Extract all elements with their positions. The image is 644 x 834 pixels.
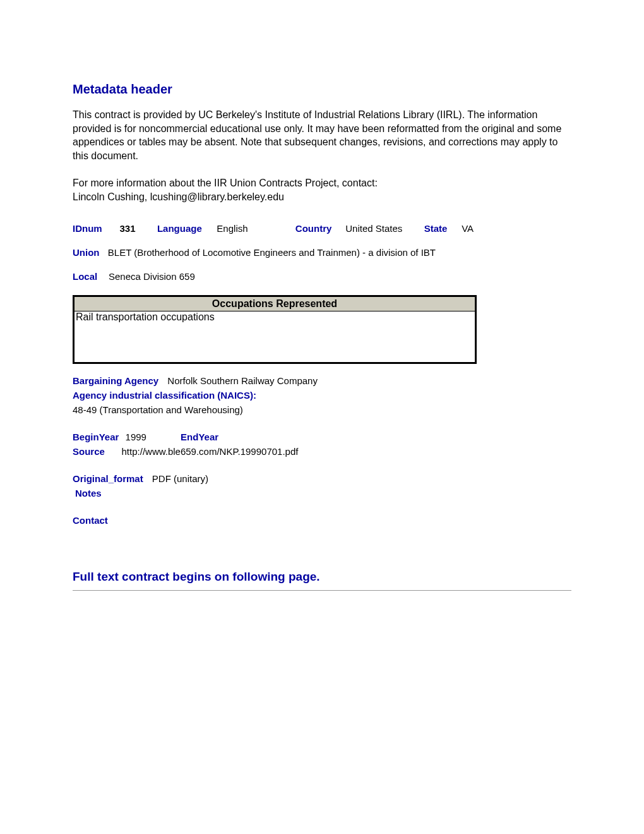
local-row: Local Seneca Division 659 (73, 271, 571, 282)
notes-row: Notes (75, 488, 571, 499)
beginyear-value: 1999 (126, 432, 146, 442)
country-label: Country (295, 223, 337, 234)
local-label: Local (73, 271, 97, 282)
original-format-label: Original_format (73, 473, 143, 484)
naics-value: 48-49 (Transportation and Warehousing) (73, 404, 243, 415)
local-value: Seneca Division 659 (109, 271, 195, 282)
source-row: Source http://www.ble659.com/NKP.1999070… (73, 446, 571, 457)
state-label: State (424, 223, 453, 234)
year-row: BeginYear 1999 EndYear (73, 432, 571, 442)
followup-heading: Full text contract begins on following p… (73, 570, 571, 584)
state-value: VA (462, 223, 474, 234)
occupation-blank (74, 324, 476, 363)
naics-label-row: Agency industrial classification (NAICS)… (73, 390, 571, 401)
language-label: Language (157, 223, 208, 234)
bargaining-agency-label: Bargaining Agency (73, 375, 158, 386)
occupations-table: Occupations Represented Rail transportat… (73, 295, 477, 364)
bargaining-agency-row: Bargaining Agency Norfolk Southern Railw… (73, 375, 571, 386)
bargaining-agency-value: Norfolk Southern Railway Company (167, 375, 318, 386)
original-format-value: PDF (unitary) (152, 473, 208, 484)
source-value: http://www.ble659.com/NKP.19990701.pdf (122, 446, 299, 457)
occupation-row: Rail transportation occupations (74, 311, 476, 324)
country-value: United States (345, 223, 415, 234)
union-row: Union BLET (Brotherhood of Locomotive En… (73, 247, 571, 258)
union-label: Union (73, 247, 100, 258)
page-title: Metadata header (73, 82, 571, 97)
beginyear-label: BeginYear (73, 432, 119, 442)
contact-label: Contact (73, 515, 108, 526)
naics-label: Agency industrial classification (NAICS)… (73, 390, 256, 401)
metadata-page: Metadata header This contract is provide… (0, 0, 644, 591)
intro-paragraph: This contract is provided by UC Berkeley… (73, 108, 571, 162)
occupations-header: Occupations Represented (74, 296, 476, 311)
notes-label: Notes (75, 488, 102, 499)
more-info-line2: Lincoln Cushing, lcushing@library.berkel… (73, 191, 284, 202)
original-format-row: Original_format PDF (unitary) (73, 473, 571, 484)
union-value: BLET (Brotherhood of Locomotive Engineer… (108, 247, 436, 258)
naics-value-row: 48-49 (Transportation and Warehousing) (73, 404, 571, 415)
idnum-label: IDnum (73, 223, 110, 234)
divider (73, 590, 571, 591)
more-info-line1: For more information about the IIR Union… (73, 178, 378, 188)
source-label: Source (73, 446, 105, 457)
contact-row: Contact (73, 515, 571, 526)
metadata-row-1: IDnum 331 Language English Country Unite… (73, 223, 571, 234)
language-value: English (217, 223, 286, 234)
more-info-paragraph: For more information about the IIR Union… (73, 176, 571, 203)
endyear-label: EndYear (181, 432, 218, 442)
idnum-value: 331 (119, 223, 148, 234)
